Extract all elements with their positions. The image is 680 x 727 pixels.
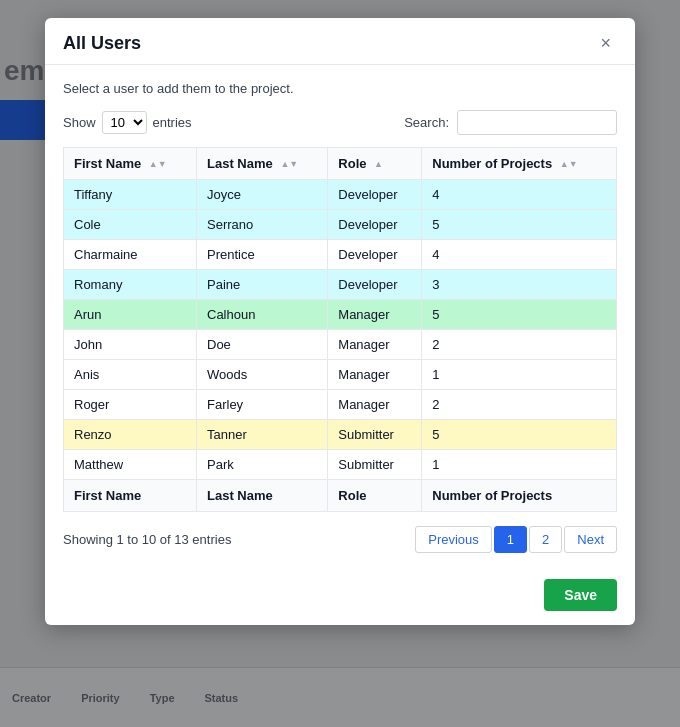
sort-icon-projects: ▲▼ — [560, 160, 578, 169]
table-row[interactable]: John Doe Manager 2 — [64, 330, 617, 360]
cell-first-name: Anis — [64, 360, 197, 390]
modal-title: All Users — [63, 33, 141, 54]
cell-role: Manager — [328, 390, 422, 420]
cell-last-name: Tanner — [197, 420, 328, 450]
save-button[interactable]: Save — [544, 579, 617, 611]
cell-projects: 2 — [422, 330, 617, 360]
cell-last-name: Farley — [197, 390, 328, 420]
page-2-button[interactable]: 2 — [529, 526, 562, 553]
table-row[interactable]: Romany Paine Developer 3 — [64, 270, 617, 300]
cell-projects: 5 — [422, 420, 617, 450]
all-users-modal: All Users × Select a user to add them to… — [45, 18, 635, 625]
table-row[interactable]: Tiffany Joyce Developer 4 — [64, 180, 617, 210]
save-area: Save — [45, 569, 635, 625]
modal-close-button[interactable]: × — [594, 32, 617, 54]
table-row[interactable]: Roger Farley Manager 2 — [64, 390, 617, 420]
table-footer-row: First Name Last Name Role Number of Proj… — [64, 480, 617, 512]
footer-projects: Number of Projects — [422, 480, 617, 512]
show-entries-control: Show 10 25 50 entries — [63, 111, 192, 134]
cell-first-name: Charmaine — [64, 240, 197, 270]
table-row[interactable]: Renzo Tanner Submitter 5 — [64, 420, 617, 450]
cell-projects: 1 — [422, 450, 617, 480]
cell-last-name: Joyce — [197, 180, 328, 210]
cell-last-name: Woods — [197, 360, 328, 390]
cell-last-name: Serrano — [197, 210, 328, 240]
cell-projects: 3 — [422, 270, 617, 300]
cell-role: Manager — [328, 330, 422, 360]
cell-first-name: John — [64, 330, 197, 360]
footer-last-name: Last Name — [197, 480, 328, 512]
search-label: Search: — [404, 115, 449, 130]
entries-select[interactable]: 10 25 50 — [102, 111, 147, 134]
cell-role: Developer — [328, 270, 422, 300]
sort-icon-last: ▲▼ — [280, 160, 298, 169]
col-last-name: Last Name ▲▼ — [197, 148, 328, 180]
cell-projects: 1 — [422, 360, 617, 390]
cell-role: Developer — [328, 210, 422, 240]
table-header-row: First Name ▲▼ Last Name ▲▼ Role ▲ Numb — [64, 148, 617, 180]
cell-last-name: Park — [197, 450, 328, 480]
cell-projects: 5 — [422, 300, 617, 330]
cell-first-name: Romany — [64, 270, 197, 300]
table-controls: Show 10 25 50 entries Search: — [63, 110, 617, 135]
table-row[interactable]: Matthew Park Submitter 1 — [64, 450, 617, 480]
col-role: Role ▲ — [328, 148, 422, 180]
cell-first-name: Renzo — [64, 420, 197, 450]
cell-role: Manager — [328, 300, 422, 330]
cell-first-name: Arun — [64, 300, 197, 330]
showing-text: Showing 1 to 10 of 13 entries — [63, 532, 231, 547]
table-row[interactable]: Anis Woods Manager 1 — [64, 360, 617, 390]
table-body: Tiffany Joyce Developer 4 Cole Serrano D… — [64, 180, 617, 480]
table-row[interactable]: Arun Calhoun Manager 5 — [64, 300, 617, 330]
cell-role: Developer — [328, 180, 422, 210]
cell-projects: 5 — [422, 210, 617, 240]
cell-last-name: Paine — [197, 270, 328, 300]
cell-role: Manager — [328, 360, 422, 390]
table-row[interactable]: Cole Serrano Developer 5 — [64, 210, 617, 240]
pagination-row: Showing 1 to 10 of 13 entries Previous 1… — [63, 526, 617, 553]
table-row[interactable]: Charmaine Prentice Developer 4 — [64, 240, 617, 270]
modal-subtitle: Select a user to add them to the project… — [63, 81, 617, 96]
modal-header: All Users × — [45, 18, 635, 65]
cell-first-name: Matthew — [64, 450, 197, 480]
cell-last-name: Calhoun — [197, 300, 328, 330]
cell-role: Developer — [328, 240, 422, 270]
entries-label: entries — [153, 115, 192, 130]
modal-body: Select a user to add them to the project… — [45, 65, 635, 569]
cell-projects: 2 — [422, 390, 617, 420]
cell-first-name: Cole — [64, 210, 197, 240]
users-table: First Name ▲▼ Last Name ▲▼ Role ▲ Numb — [63, 147, 617, 512]
pagination-buttons: Previous 1 2 Next — [415, 526, 617, 553]
modal-overlay: All Users × Select a user to add them to… — [0, 0, 680, 727]
cell-first-name: Roger — [64, 390, 197, 420]
previous-button[interactable]: Previous — [415, 526, 492, 553]
col-first-name: First Name ▲▼ — [64, 148, 197, 180]
footer-role: Role — [328, 480, 422, 512]
show-label: Show — [63, 115, 96, 130]
footer-first-name: First Name — [64, 480, 197, 512]
cell-role: Submitter — [328, 450, 422, 480]
cell-first-name: Tiffany — [64, 180, 197, 210]
next-button[interactable]: Next — [564, 526, 617, 553]
cell-last-name: Doe — [197, 330, 328, 360]
cell-last-name: Prentice — [197, 240, 328, 270]
sort-icon-first: ▲▼ — [149, 160, 167, 169]
search-control: Search: — [404, 110, 617, 135]
sort-icon-role: ▲ — [374, 160, 383, 169]
col-projects: Number of Projects ▲▼ — [422, 148, 617, 180]
cell-role: Submitter — [328, 420, 422, 450]
search-input[interactable] — [457, 110, 617, 135]
page-1-button[interactable]: 1 — [494, 526, 527, 553]
cell-projects: 4 — [422, 180, 617, 210]
cell-projects: 4 — [422, 240, 617, 270]
